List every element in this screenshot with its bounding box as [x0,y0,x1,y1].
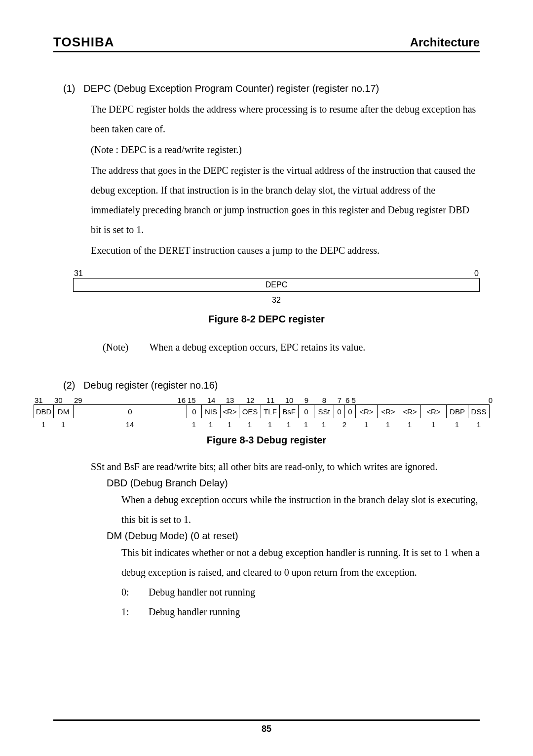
rw-note: SSt and BsF are read/write bits; all oth… [91,457,480,477]
bit-14: 14 [201,396,220,404]
debug-register-diagram: 31 30 29 16 15 14 13 12 11 10 9 8 7 6 5 … [34,396,499,429]
dm-body: This bit indicates whether or not a debu… [121,543,480,582]
bit-spacer3 [403,396,424,404]
mid-note-text: When a debug exception occurs, EPC retai… [150,342,366,353]
bit-11: 11 [261,396,279,404]
section-1-note: (Note : DEPC is a read/write register.) [91,140,480,159]
depc-width: 32 [73,296,480,305]
depc-field: DEPC [73,278,480,292]
fld-oes: OES [239,404,261,418]
bit-spacer2 [381,396,403,404]
w-dbd: 1 [34,418,53,429]
w-oes: 1 [239,418,261,429]
dm-heading: DM (Debug Mode) (0 at reset) [107,530,480,542]
w-14: 14 [73,418,187,429]
fld-dss: DSS [468,404,490,418]
section-1-num: (1) [63,83,75,94]
dm-value-1: 1: Debug handler running [121,602,480,622]
fld-r13: <R> [220,404,239,418]
page-number: 85 [262,724,271,734]
figure-8-3-caption: Figure 8-3 Debug register [53,435,480,446]
w-r3: 1 [399,418,420,429]
bit-30: 30 [53,396,73,404]
fld-sst: SSt [314,404,334,418]
section-2-heading: (2) Debug register (register no.16) [63,380,480,391]
w-sst: 1 [314,418,334,429]
w-dss: 1 [468,418,490,429]
fld-r2: <R> [420,404,446,418]
figure-8-2-caption: Figure 8-2 DEPC register [53,314,480,325]
fld-zero-6: 0 [344,404,355,418]
bit-7: 7 [334,396,344,404]
mid-note-label: (Note) [103,342,147,353]
section-title: Architecture [410,36,480,49]
fld-nis: NIS [201,404,220,418]
section-1-title: DEPC (Debug Exception Program Counter) r… [83,83,379,94]
fld-r3: <R> [399,404,420,418]
bit-9: 9 [298,396,314,404]
page-footer: 85 [53,719,480,734]
page-header: TOSHIBA Architecture [53,35,480,52]
bit-spacer4 [424,396,450,404]
dm-value-0: 0: Debug handler not running [121,582,480,602]
dbd-body: When a debug exception occurs while the … [121,490,480,529]
section-2-num: (2) [63,380,75,391]
bit-spacer5 [450,396,472,404]
bit-8: 8 [314,396,334,404]
fld-zero-29-16: 0 [73,404,187,418]
dm-value-0-text: Debug handler not running [149,587,255,597]
fld-r5: <R> [355,404,377,418]
bit-16: 16 [172,396,187,404]
fld-dbp: DBP [446,404,468,418]
bit-10: 10 [279,396,298,404]
w-nis: 1 [201,418,220,429]
w-dbp: 1 [446,418,468,429]
mid-note: (Note) When a debug exception occurs, EP… [103,342,480,353]
depc-bit-lo: 0 [474,269,479,278]
w-9: 1 [298,418,314,429]
fld-zero-7: 0 [334,404,344,418]
fld-dm: DM [53,404,73,418]
brand-logo: TOSHIBA [53,35,114,50]
fld-zero-15: 0 [187,404,201,418]
depc-bit-hi: 31 [74,269,83,278]
fld-r4: <R> [377,404,399,418]
bit-29: 29 [73,396,172,404]
dbd-heading: DBD (Debug Branch Delay) [107,477,480,489]
debug-bit-header: 31 30 29 16 15 14 13 12 11 10 9 8 7 6 5 … [34,396,499,404]
bit-12: 12 [239,396,261,404]
w-r13: 1 [220,418,239,429]
fld-bsf: BsF [279,404,298,418]
fld-dbd: DBD [34,404,53,418]
section-1-heading: (1) DEPC (Debug Exception Program Counte… [63,83,480,94]
section-1-p1: The DEPC register holds the address wher… [91,99,480,139]
bit-0: 0 [472,396,494,404]
section-1-p2: The address that goes in the DEPC regist… [91,160,480,239]
w-dm: 1 [53,418,73,429]
debug-field-row: DBD DM 0 0 NIS <R> OES TLF BsF 0 SSt 0 0… [34,404,499,418]
dm-value-1-text: Debug handler running [149,606,240,617]
w-r4: 1 [377,418,399,429]
dm-value-1-num: 1: [121,602,146,622]
section-1-p3: Execution of the DERET instruction cause… [91,240,480,260]
w-tlf: 1 [261,418,279,429]
w-r5: 1 [355,418,377,429]
section-2-title: Debug register (register no.16) [83,380,218,391]
bit-31: 31 [34,396,53,404]
bit-15: 15 [187,396,201,404]
debug-width-row: 1 1 14 1 1 1 1 1 1 1 1 2 1 1 1 1 1 1 [34,418,499,429]
depc-register-diagram: 31 0 DEPC 32 [73,269,480,305]
w-bsf: 1 [279,418,298,429]
w-76: 2 [334,418,355,429]
w-15: 1 [187,418,201,429]
w-r2: 1 [420,418,446,429]
bit-65: 6 5 [344,396,359,404]
fld-zero-9: 0 [298,404,314,418]
bit-spacer1 [359,396,381,404]
dm-value-0-num: 0: [121,582,146,602]
fld-tlf: TLF [261,404,279,418]
bit-13: 13 [220,396,239,404]
